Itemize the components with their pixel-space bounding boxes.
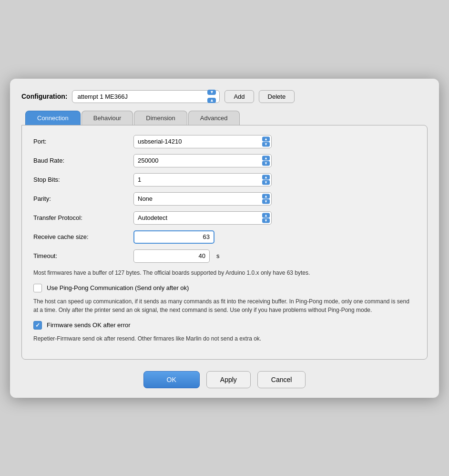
config-row: Configuration: attempt 1 ME366J ▲ ▼ Add … xyxy=(21,90,428,103)
parity-stepper-up[interactable]: ▲ xyxy=(262,194,270,198)
parity-row: Parity: None ▲ ▼ xyxy=(33,192,416,206)
cache-row: Receive cache size: xyxy=(33,230,416,244)
stopbits-row: Stop Bits: 1 ▲ ▼ xyxy=(33,173,416,186)
baud-control: 250000 ▲ ▼ xyxy=(133,154,272,167)
transfer-control: Autodetect ▲ ▼ xyxy=(133,211,272,225)
transfer-stepper-down[interactable]: ▼ xyxy=(262,218,270,223)
cancel-button[interactable]: Cancel xyxy=(257,371,306,388)
transfer-select[interactable]: Autodetect xyxy=(133,211,272,225)
transfer-label: Transfer Protocol: xyxy=(33,214,129,221)
timeout-row: Timeout: s xyxy=(33,249,416,263)
parity-control: None ▲ ▼ xyxy=(133,192,272,206)
info-text-1: Most firmwares have a buffer of 127 byte… xyxy=(33,269,416,277)
transfer-stepper-up[interactable]: ▲ xyxy=(262,213,270,217)
cache-label: Receive cache size: xyxy=(33,233,129,240)
ping-pong-checkbox[interactable] xyxy=(33,284,42,292)
config-stepper-down[interactable]: ▼ xyxy=(207,90,216,95)
firmware-ok-row: Firmware sends OK after error xyxy=(33,321,416,330)
connection-panel: Port: usbserial-14210 ▲ ▼ Baud Rate: 250… xyxy=(21,125,428,360)
tab-behaviour[interactable]: Behaviour xyxy=(82,111,133,125)
bottom-buttons: OK Apply Cancel xyxy=(21,371,428,388)
add-button[interactable]: Add xyxy=(224,90,254,103)
config-stepper-up[interactable]: ▲ xyxy=(207,98,216,103)
ping-pong-row: Use Ping-Pong Communication (Send only a… xyxy=(33,284,416,292)
port-stepper-down[interactable]: ▼ xyxy=(262,142,270,146)
port-stepper-up[interactable]: ▲ xyxy=(262,136,270,141)
config-label: Configuration: xyxy=(21,93,67,100)
delete-button[interactable]: Delete xyxy=(259,90,295,103)
stopbits-select[interactable]: 1 xyxy=(133,173,272,186)
parity-stepper-down[interactable]: ▼ xyxy=(262,199,270,204)
ping-pong-label: Use Ping-Pong Communication (Send only a… xyxy=(47,284,189,291)
firmware-ok-checkbox[interactable] xyxy=(33,321,42,330)
transfer-stepper: ▲ ▼ xyxy=(262,213,270,223)
stopbits-stepper: ▲ ▼ xyxy=(262,175,270,185)
port-control: usbserial-14210 ▲ ▼ xyxy=(133,135,272,148)
stopbits-stepper-down[interactable]: ▼ xyxy=(262,180,270,185)
baud-stepper-down[interactable]: ▼ xyxy=(262,161,270,166)
port-label: Port: xyxy=(33,138,129,145)
ok-button[interactable]: OK xyxy=(143,371,200,388)
port-select[interactable]: usbserial-14210 xyxy=(133,135,272,148)
stopbits-label: Stop Bits: xyxy=(33,176,129,183)
dialog: Configuration: attempt 1 ME366J ▲ ▼ Add … xyxy=(10,79,439,398)
tab-advanced[interactable]: Advanced xyxy=(188,111,240,125)
port-row: Port: usbserial-14210 ▲ ▼ xyxy=(33,135,416,148)
baud-select[interactable]: 250000 xyxy=(133,154,272,167)
info-text-3: Repetier-Firmware send ok after resend. … xyxy=(33,334,416,343)
parity-stepper: ▲ ▼ xyxy=(262,194,270,204)
config-select-wrapper: attempt 1 ME366J ▲ ▼ xyxy=(72,90,220,103)
config-select[interactable]: attempt 1 ME366J xyxy=(72,90,220,103)
tabs-row: Connection Behaviour Dimension Advanced xyxy=(21,111,428,125)
cache-input[interactable] xyxy=(133,230,214,244)
baud-stepper-up[interactable]: ▲ xyxy=(262,155,270,160)
timeout-unit: s xyxy=(216,252,220,259)
firmware-ok-label: Firmware sends OK after error xyxy=(47,321,131,329)
baud-row: Baud Rate: 250000 ▲ ▼ xyxy=(33,154,416,167)
port-stepper: ▲ ▼ xyxy=(262,136,270,146)
stopbits-stepper-up[interactable]: ▲ xyxy=(262,175,270,179)
parity-select[interactable]: None xyxy=(133,192,272,206)
transfer-row: Transfer Protocol: Autodetect ▲ ▼ xyxy=(33,211,416,225)
stopbits-control: 1 ▲ ▼ xyxy=(133,173,272,186)
tab-dimension[interactable]: Dimension xyxy=(134,111,187,125)
tab-connection[interactable]: Connection xyxy=(25,111,81,125)
timeout-label: Timeout: xyxy=(33,252,129,259)
baud-stepper: ▲ ▼ xyxy=(262,155,270,166)
timeout-input[interactable] xyxy=(133,249,210,263)
baud-label: Baud Rate: xyxy=(33,157,129,164)
info-text-2: The host can speed up communication, if … xyxy=(33,297,416,314)
apply-button[interactable]: Apply xyxy=(206,371,251,388)
parity-label: Parity: xyxy=(33,195,129,202)
